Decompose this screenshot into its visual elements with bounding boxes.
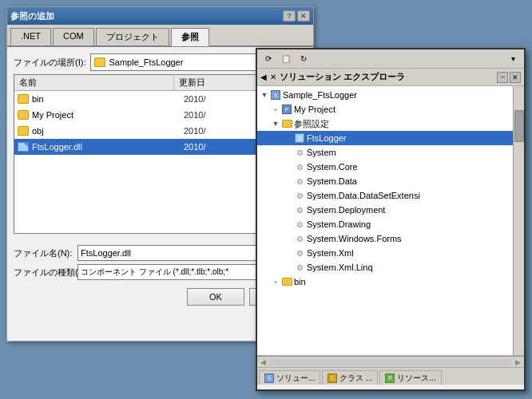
- icon-system-core: ⚙: [294, 161, 305, 172]
- tree-node-system-xml-linq[interactable]: ⚙ System.Xml.Linq: [257, 260, 524, 275]
- icon-system: ⚙: [294, 147, 305, 158]
- solution-explorer-header: ◀ ✕ ソリューション エクスプローラ － ✕: [257, 69, 524, 86]
- tree-node-ftslogger[interactable]: d FtsLogger: [257, 131, 524, 145]
- sol-tool-props[interactable]: 📋: [278, 52, 294, 66]
- help-button[interactable]: ?: [283, 10, 296, 22]
- expander-system-drawing: [283, 217, 294, 231]
- tree-node-system[interactable]: ⚙ System: [257, 145, 524, 160]
- solution-tree-container: ▼ S Sample_FtsLogger ＋ P My Project ▼: [257, 86, 524, 356]
- tree-node-system-xml[interactable]: ⚙ System.Xml: [257, 246, 524, 260]
- expander-system-data-ext: [283, 188, 294, 203]
- tree-node-system-drawing[interactable]: ⚙ System.Drawing: [257, 217, 524, 231]
- tree-node-system-deployment[interactable]: ⚙ System.Deployment: [257, 203, 524, 217]
- tree-node-system-core[interactable]: ⚙ System.Core: [257, 160, 524, 174]
- label-system-core: System.Core: [307, 162, 358, 172]
- expander-system: [283, 145, 294, 160]
- sol-close-btn[interactable]: ✕: [510, 72, 521, 83]
- sol-auto-hide-btn[interactable]: －: [497, 72, 508, 83]
- tree-node-system-data[interactable]: ⚙ System.Data: [257, 174, 524, 188]
- label-system-data-ext: System.Data.DataSetExtensi: [307, 191, 420, 200]
- label-system-winforms: System.Windows.Forms: [307, 234, 402, 243]
- icon-system-winforms: ⚙: [294, 233, 305, 244]
- expander-bin: ＋: [270, 275, 281, 289]
- title-bar: 参照の追加 ? ✕: [7, 7, 313, 25]
- tab-project[interactable]: プロジェクト: [96, 28, 169, 45]
- file-name-obj: obj: [32, 126, 184, 136]
- solution-tree: ▼ S Sample_FtsLogger ＋ P My Project ▼: [257, 86, 524, 355]
- title-bar-buttons: ? ✕: [283, 10, 310, 22]
- tab-bar: .NET COM プロジェクト 参照: [7, 25, 313, 47]
- project-icon-shape: P: [282, 105, 292, 114]
- close-button[interactable]: ✕: [297, 10, 310, 22]
- file-name-myproject: My Project: [32, 110, 184, 120]
- file-name-ftslogger: FtsLogger.dll: [32, 142, 184, 152]
- tab-dotnet[interactable]: .NET: [10, 28, 51, 45]
- tree-node-references[interactable]: ▼ 参照設定: [257, 117, 524, 131]
- label-system-data: System.Data: [307, 176, 357, 186]
- solution-explorer-toolbar: ⟳ 📋 ↻ ▾: [257, 49, 524, 69]
- solution-explorer-title: ソリューション エクスプローラ: [280, 71, 405, 83]
- sol-tool-sync[interactable]: ⟳: [260, 52, 276, 66]
- label-system-xml-linq: System.Xml.Linq: [307, 263, 373, 272]
- folder-icon-bin: [18, 94, 29, 104]
- expander-system-xml: [283, 246, 294, 260]
- folder-icon-obj: [18, 126, 29, 136]
- tree-node-system-winforms[interactable]: ⚙ System.Windows.Forms: [257, 231, 524, 246]
- file-location-label: ファイルの場所(I):: [14, 57, 85, 69]
- icon-system-data: ⚙: [294, 176, 305, 187]
- icon-system-xml: ⚙: [294, 247, 305, 259]
- ok-button[interactable]: OK: [187, 288, 244, 306]
- tree-node-solution[interactable]: ▼ S Sample_FtsLogger: [257, 88, 524, 102]
- solution-explorer-panel: ⟳ 📋 ↻ ▾ ◀ ✕ ソリューション エクスプローラ － ✕ ▼ S Samp…: [256, 48, 526, 391]
- dialog-title: 参照の追加: [10, 10, 54, 22]
- tab-reference[interactable]: 参照: [171, 28, 209, 46]
- sol-tab-resource-icon: R: [385, 373, 395, 383]
- label-system-deployment: System.Deployment: [307, 205, 385, 215]
- sol-header-left: ◀ ✕ ソリューション エクスプローラ: [260, 71, 405, 83]
- filename-label: ファイル名(N):: [14, 247, 77, 259]
- dll-icon-ftslogger: [18, 142, 29, 152]
- sol-tab-class[interactable]: C クラス ...: [322, 370, 378, 385]
- sol-tab-solution-icon: S: [264, 373, 274, 383]
- sol-collapse-btn[interactable]: ◀: [260, 73, 267, 81]
- filetype-value: コンポーネント ファイル (*.dll;*.tlb;*.olb;*: [81, 267, 228, 278]
- tree-node-bin[interactable]: ＋ bin: [257, 275, 524, 289]
- label-system-drawing: System.Drawing: [307, 219, 371, 229]
- expander-myproject: ＋: [270, 102, 281, 117]
- expander-solution: ▼: [259, 88, 270, 102]
- sol-tab-solution-label: ソリュー...: [276, 373, 315, 384]
- horiz-scrollbar[interactable]: ◀ ▶: [257, 356, 524, 367]
- icon-solution: S: [270, 89, 281, 101]
- tree-scrollbar-thumb: [514, 110, 524, 142]
- sol-tab-resource-label: リソース...: [397, 373, 435, 384]
- tab-com[interactable]: COM: [53, 28, 94, 45]
- solution-icon-shape: S: [271, 90, 280, 100]
- label-references: 参照設定: [294, 118, 329, 130]
- folder-icon: [94, 57, 105, 67]
- expander-system-deployment: [283, 203, 294, 217]
- solution-explorer-bottom-tabs: S ソリュー... C クラス ... R リソース...: [257, 367, 524, 385]
- tree-scrollbar[interactable]: [513, 86, 524, 355]
- sol-pin-btn[interactable]: ✕: [270, 73, 276, 81]
- expander-system-xml-linq: [283, 260, 294, 275]
- label-system-xml: System.Xml: [307, 248, 354, 258]
- sol-tab-resource[interactable]: R リソース...: [379, 370, 441, 385]
- folder-icon-bin-tree: [282, 278, 292, 286]
- tree-node-myproject[interactable]: ＋ P My Project: [257, 102, 524, 117]
- icon-system-deployment: ⚙: [294, 204, 305, 215]
- expander-system-core: [283, 160, 294, 174]
- label-solution: Sample_FtsLogger: [283, 90, 357, 100]
- column-header-name: 名前: [14, 75, 174, 90]
- tree-node-system-data-ext[interactable]: ⚙ System.Data.DataSetExtensi: [257, 188, 524, 203]
- dll-icon-shape: d: [295, 133, 304, 143]
- sol-tool-extra[interactable]: ▾: [505, 52, 521, 66]
- icon-bin: [281, 276, 292, 287]
- sol-tab-solution[interactable]: S ソリュー...: [259, 370, 320, 385]
- expander-ftslogger: [283, 131, 294, 145]
- icon-system-drawing: ⚙: [294, 219, 305, 230]
- file-name-bin: bin: [32, 94, 184, 104]
- sol-tool-refresh[interactable]: ↻: [296, 52, 312, 66]
- icon-references: [281, 118, 292, 129]
- filetype-label: ファイルの種類(T):: [14, 267, 77, 279]
- label-system: System: [307, 148, 336, 157]
